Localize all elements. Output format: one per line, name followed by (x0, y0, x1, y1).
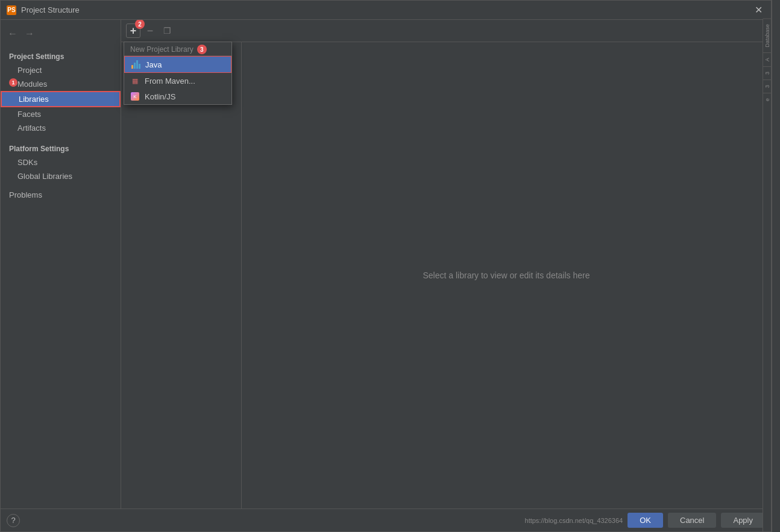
right-vertical-tabs: Database A 3 3 e (763, 20, 771, 509)
dropdown-header: New Project Library 3 (124, 42, 231, 56)
select-hint-text: Select a library to view or edit its det… (423, 271, 590, 280)
dropdown-item-kotlin-js[interactable]: K Kotlin/JS (124, 89, 231, 104)
sidebar-item-facets[interactable]: Facets (1, 107, 121, 121)
dropdown-menu: New Project Library 3 Java ▦ From M (124, 42, 232, 105)
bottom-link: https://blog.csdn.net/qq_4326364 (525, 517, 623, 524)
project-settings-header: Project Settings (1, 50, 121, 63)
sidebar: ← → Project Settings Project Modules 1 L… (1, 20, 121, 509)
sidebar-item-sdks[interactable]: SDKs (1, 155, 121, 169)
sidebar-item-project[interactable]: Project (1, 63, 121, 77)
far-right-panel (772, 0, 780, 532)
sidebar-item-libraries[interactable]: Libraries (1, 91, 121, 107)
copy-button[interactable]: ❐ (160, 23, 174, 38)
bottom-left: ? (7, 514, 20, 527)
nav-forward-button[interactable]: → (22, 27, 37, 40)
right-tab-3b[interactable]: 3 (763, 80, 771, 93)
remove-button[interactable]: − (143, 23, 157, 38)
platform-settings-header: Platform Settings (1, 142, 121, 155)
sidebar-item-problems[interactable]: Problems (1, 183, 121, 202)
sidebar-item-artifacts[interactable]: Artifacts (1, 121, 121, 135)
right-tab-a[interactable]: A (763, 52, 771, 66)
sidebar-item-global-libraries[interactable]: Global Libraries (1, 169, 121, 183)
cancel-button[interactable]: Cancel (668, 513, 716, 528)
right-panel: + 2 − ❐ New Project Library 3 (121, 20, 771, 509)
center-hint: Select a library to view or edit its det… (242, 42, 771, 509)
library-list: Nothing to show (121, 42, 242, 509)
help-button[interactable]: ? (7, 514, 20, 527)
bottom-bar: ? https://blog.csdn.net/qq_4326364 OK Ca… (1, 509, 771, 531)
java-icon (131, 60, 140, 69)
bottom-center: https://blog.csdn.net/qq_4326364 (20, 517, 627, 524)
dropdown-item-java[interactable]: Java (124, 56, 231, 73)
apply-button[interactable]: Apply (721, 513, 765, 528)
right-tab-database[interactable]: Database (763, 20, 771, 52)
help-icon: ? (11, 516, 15, 525)
project-structure-dialog: PS Project Structure ✕ ← → Project Setti… (0, 0, 772, 532)
dialog-title: Project Structure (21, 5, 752, 14)
maven-icon: ▦ (130, 76, 140, 86)
right-tab-e[interactable]: e (763, 93, 771, 106)
ok-button[interactable]: OK (627, 513, 663, 528)
split-content: Nothing to show Select a library to view… (121, 42, 771, 509)
kotlin-icon: K (130, 92, 140, 101)
add-button[interactable]: + 2 (126, 23, 140, 38)
library-detail-view: Select a library to view or edit its det… (242, 42, 771, 509)
nav-back-forward: ← → (1, 25, 121, 43)
dropdown-item-from-maven[interactable]: ▦ From Maven... (124, 73, 231, 89)
close-button[interactable]: ✕ (752, 4, 765, 16)
app-icon: PS (7, 5, 16, 15)
modules-badge: 1 (9, 78, 17, 87)
main-content: ← → Project Settings Project Modules 1 L… (1, 20, 771, 509)
right-tab-3a[interactable]: 3 (763, 66, 771, 80)
nav-back-button[interactable]: ← (5, 27, 20, 40)
remove-icon: − (147, 25, 154, 37)
copy-icon: ❐ (163, 26, 171, 36)
toolbar: + 2 − ❐ New Project Library 3 (121, 20, 771, 42)
sidebar-item-modules[interactable]: Modules 1 (1, 77, 121, 91)
title-bar: PS Project Structure ✕ (1, 1, 771, 20)
step-3-badge: 3 (197, 45, 207, 54)
bottom-right: OK Cancel Apply (627, 513, 765, 528)
